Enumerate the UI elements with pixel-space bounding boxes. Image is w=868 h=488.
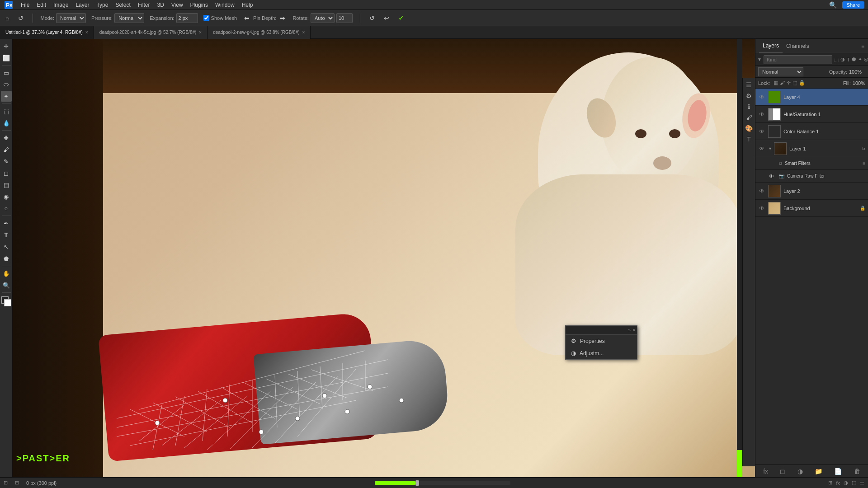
tool-artboard[interactable]: ⬜ [1,52,12,63]
foreground-color[interactable] [1,296,11,306]
layers-delete-button[interactable]: 🗑 [854,468,860,475]
rotate-select[interactable]: Auto [311,13,335,23]
lock-image-btn[interactable]: 🖌 [780,80,785,86]
context-menu-pin[interactable]: » [628,328,631,333]
layer-layer1[interactable]: 👁 ▼ Layer 1 fx [755,140,868,157]
status-adjust-button[interactable]: ◑ [844,480,848,486]
layers-mask-button[interactable]: ◻ [780,468,785,475]
tool-select-rect[interactable]: ▭ [1,67,12,78]
cancel-warp-button[interactable]: ↩ [382,14,391,23]
tool-clone-stamp[interactable]: ✎ [1,156,12,167]
menu-select[interactable]: Select [115,2,130,8]
filter-toggle[interactable]: ◎ [864,56,868,62]
menu-type[interactable]: Type [96,2,108,8]
tool-path-select[interactable]: ↖ [1,241,12,252]
tool-shape[interactable]: ⬟ [1,253,12,264]
blend-mode-select[interactable]: Normal Multiply Screen Overlay [758,67,803,76]
menu-image[interactable]: Image [53,2,68,8]
confirm-warp-button[interactable]: ✓ [396,13,406,23]
layer-background-eye[interactable]: 👁 [758,205,765,211]
panel-icon-info[interactable]: ℹ [748,103,750,110]
brush-history-button[interactable]: ↺ [16,14,25,23]
layer-color-balance1-eye[interactable]: 👁 [758,128,765,135]
filter-icon-smart[interactable]: ✦ [858,56,862,62]
lock-transparent-btn[interactable]: ▦ [774,80,778,86]
tool-gradient[interactable]: ▤ [1,179,12,190]
home-button[interactable]: ⌂ [4,14,11,23]
mode-select[interactable]: Normal [56,13,86,23]
status-arrange-button[interactable]: ☰ [860,480,864,486]
panel-icon-brush[interactable]: 🖌 [746,114,752,121]
tab-layers[interactable]: Layers [759,39,783,53]
tool-pen[interactable]: ✒ [1,218,12,229]
canvas-area[interactable]: » × ⚙ Properties ◑ Adjustm... >PAST>ER [13,39,755,477]
filter-icon-shape[interactable]: ⬟ [852,56,856,62]
reset-button[interactable]: ↺ [368,14,377,23]
tab-1-close[interactable]: × [199,30,202,35]
status-view-button[interactable]: ⬚ [852,480,856,486]
tool-lasso[interactable]: ⬭ [1,79,12,90]
layer-smart-filters-options[interactable]: ≡ [863,161,865,166]
layer-smart-filters[interactable]: ⧉ Smart Filters ≡ [755,157,868,170]
search-button[interactable]: 🔍 [827,0,839,9]
fill-value[interactable]: 100% [853,80,865,86]
tab-2-close[interactable]: × [302,30,305,35]
status-zoom-button[interactable]: ⊞ [15,480,19,486]
tool-eyedropper[interactable]: 💧 [1,117,12,128]
layer-background[interactable]: 👁 Background 🔒 [755,200,868,217]
vertical-scrollbar[interactable] [737,39,742,477]
progress-bar-track[interactable] [375,481,510,485]
tool-hand[interactable]: ✋ [1,268,12,279]
layer-layer1-eye[interactable]: 👁 [758,145,765,152]
filter-icon-type[interactable]: T [847,57,850,62]
panel-icon-type[interactable]: T [747,136,751,143]
tab-0[interactable]: Untitled-1 @ 37.3% (Layer 4, RGB/8#) × [0,26,94,39]
layers-search-input[interactable] [764,55,832,64]
pressure-select[interactable]: Normal [114,13,144,23]
layers-fx-button[interactable]: fx [763,468,768,475]
layers-new-button[interactable]: 📄 [834,468,842,475]
filter-icon-pixel[interactable]: ⬚ [834,56,839,62]
layers-group-button[interactable]: 📁 [815,468,822,475]
context-menu-adjustments[interactable]: ◑ Adjustm... [566,347,637,359]
vertical-scroll-thumb[interactable] [737,450,742,477]
menu-window[interactable]: Window [215,2,235,8]
tool-magic-wand[interactable]: ✦ [1,91,12,102]
tool-move[interactable]: ✛ [1,41,12,52]
show-mesh-checkbox[interactable] [203,15,209,21]
menu-view[interactable]: View [171,2,183,8]
share-button[interactable]: Share [842,1,864,9]
status-fit-button[interactable]: ⊡ [4,480,8,486]
progress-bar-thumb[interactable] [415,480,419,486]
panel-icon-layers[interactable]: ☰ [746,81,752,89]
tab-channels[interactable]: Channels [783,39,813,53]
layers-adjustment-button[interactable]: ◑ [797,468,803,475]
tool-crop[interactable]: ⬚ [1,106,12,117]
tab-0-close[interactable]: × [85,30,88,35]
pin-depth-right-btn[interactable]: ➡ [278,14,287,23]
tool-blur[interactable]: ◉ [1,191,12,202]
layer-layer4-eye[interactable]: 👁 [758,94,765,100]
layer-layer4[interactable]: 👁 Layer 4 [755,89,868,106]
lock-position-btn[interactable]: ✛ [787,80,791,86]
menu-help[interactable]: Help [242,2,253,8]
context-menu-properties[interactable]: ⚙ Properties [566,335,637,347]
tool-brush[interactable]: 🖌 [1,144,12,155]
layer-camera-raw-eye[interactable]: 👁 [769,174,776,179]
menu-edit[interactable]: Edit [37,2,46,8]
tool-zoom[interactable]: 🔍 [1,280,12,291]
tool-healing[interactable]: ✚ [1,132,12,143]
layer-layer1-expand[interactable]: ▼ [768,146,772,151]
layer-hue-sat1[interactable]: 👁 Hue/Saturation 1 [755,106,868,123]
tab-2[interactable]: deadpool-2-new-g4.jpg @ 63.8% (RGB/8#) × [208,26,311,39]
layer-color-balance1[interactable]: 👁 Color Balance 1 [755,123,868,140]
panel-icon-color[interactable]: 🎨 [745,125,753,132]
pin-depth-left-btn[interactable]: ⬅ [242,14,251,23]
layer-layer2-eye[interactable]: 👁 [758,188,765,194]
menu-plugins[interactable]: Plugins [190,2,208,8]
tab-1[interactable]: deadpool-2020-art-4k-5c.jpg @ 52.7% (RGB… [94,26,208,39]
panel-icon-properties[interactable]: ⚙ [746,92,752,99]
lock-artboard-btn[interactable]: ⬚ [793,80,797,86]
status-fx-button[interactable]: fx [836,480,840,486]
menu-file[interactable]: File [21,2,29,8]
